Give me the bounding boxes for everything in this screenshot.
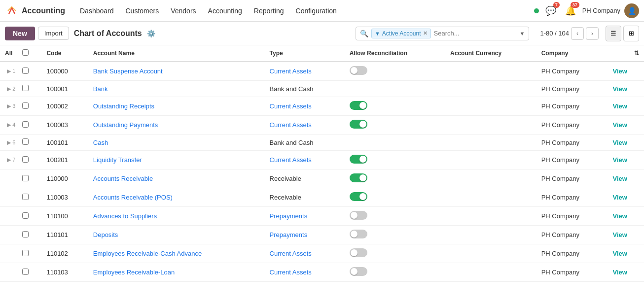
- row-account-name[interactable]: Accounts Receivable (POS): [88, 188, 265, 207]
- reconciliation-toggle[interactable]: [350, 211, 367, 220]
- row-type[interactable]: Current Assets: [265, 244, 345, 263]
- row-type[interactable]: Current Assets: [265, 62, 345, 81]
- reconciliation-toggle[interactable]: [350, 173, 367, 182]
- new-button[interactable]: New: [5, 27, 35, 40]
- row-view-button[interactable]: View: [608, 244, 644, 263]
- row-checkbox[interactable]: [22, 212, 29, 219]
- reconciliation-toggle[interactable]: [350, 192, 367, 201]
- row-checkbox[interactable]: [22, 85, 29, 91]
- row-view-button[interactable]: View: [608, 116, 644, 135]
- active-filter-tag: ▼ Active Account ✕: [371, 29, 431, 38]
- row-account-name[interactable]: Outstanding Receipts: [88, 97, 265, 116]
- row-checkbox[interactable]: [22, 231, 29, 237]
- next-page-button[interactable]: ›: [586, 27, 599, 40]
- row-account-name[interactable]: Advances to Suppliers: [88, 207, 265, 226]
- row-type[interactable]: Current Assets: [265, 116, 345, 135]
- nav-dashboard[interactable]: Dashboard: [75, 5, 119, 17]
- row-expand[interactable]: [0, 207, 17, 226]
- row-checkbox[interactable]: [22, 138, 29, 145]
- row-account-name[interactable]: Liquidity Transfer: [88, 151, 265, 169]
- row-currency: [445, 207, 537, 226]
- row-expand[interactable]: [0, 188, 17, 207]
- row-checkbox[interactable]: [22, 102, 29, 109]
- select-all-checkbox[interactable]: [22, 49, 29, 56]
- search-dropdown-icon[interactable]: ▼: [520, 31, 525, 36]
- import-button[interactable]: Import: [38, 27, 69, 40]
- row-expand[interactable]: ▶ 2: [0, 81, 17, 97]
- row-expand[interactable]: ▶ 1: [0, 62, 17, 81]
- row-view-button[interactable]: View: [608, 97, 644, 116]
- filter-icon: ▼: [375, 31, 380, 36]
- nav-configuration[interactable]: Configuration: [291, 5, 342, 17]
- nav-customers[interactable]: Customers: [121, 5, 164, 17]
- row-expand[interactable]: [0, 244, 17, 263]
- row-account-name[interactable]: Bank: [88, 81, 265, 97]
- row-code: 100001: [41, 81, 88, 97]
- row-view-button[interactable]: View: [608, 207, 644, 226]
- row-expand[interactable]: ▶ 3: [0, 97, 17, 116]
- row-checkbox[interactable]: [22, 68, 29, 74]
- row-expand[interactable]: [0, 263, 17, 282]
- row-checkbox[interactable]: [22, 194, 29, 200]
- settings-icon[interactable]: ⚙️: [147, 30, 155, 37]
- reconciliation-toggle[interactable]: [350, 66, 367, 75]
- row-expand[interactable]: ▶ 6: [0, 135, 17, 151]
- list-view-button[interactable]: ☰: [606, 26, 621, 41]
- row-account-name[interactable]: Accounts Receivable: [88, 169, 265, 188]
- row-type[interactable]: Current Assets: [265, 97, 345, 116]
- row-checkbox-cell: [17, 151, 41, 169]
- nav-accounting[interactable]: Accounting: [203, 5, 247, 17]
- row-account-name[interactable]: Employees Receivable-Loan: [88, 263, 265, 282]
- row-account-name[interactable]: Outstanding Payments: [88, 116, 265, 135]
- messages-button[interactable]: 💬 7: [543, 3, 559, 19]
- row-view-button[interactable]: View: [608, 188, 644, 207]
- reconciliation-toggle[interactable]: [350, 120, 367, 129]
- row-account-name[interactable]: Bank Suspense Account: [88, 62, 265, 81]
- row-checkbox-cell: [17, 263, 41, 282]
- company-name[interactable]: PH Company: [582, 7, 620, 14]
- row-type[interactable]: Current Assets: [265, 151, 345, 169]
- row-type[interactable]: Prepayments: [265, 207, 345, 226]
- row-account-name[interactable]: Cash: [88, 135, 265, 151]
- row-currency: [445, 188, 537, 207]
- row-view-button[interactable]: View: [608, 135, 644, 151]
- table-row: ▶ 6100101CashBank and CashPH CompanyView: [0, 135, 644, 151]
- row-account-name[interactable]: Deposits: [88, 226, 265, 244]
- row-checkbox[interactable]: [22, 156, 29, 163]
- nav-vendors[interactable]: Vendors: [166, 5, 201, 17]
- prev-page-button[interactable]: ‹: [571, 27, 584, 40]
- logo[interactable]: Accounting: [5, 4, 71, 18]
- row-code: 100101: [41, 135, 88, 151]
- row-type[interactable]: Prepayments: [265, 226, 345, 244]
- row-view-button[interactable]: View: [608, 81, 644, 97]
- grid-view-button[interactable]: ⊞: [623, 26, 639, 41]
- row-checkbox[interactable]: [22, 269, 29, 275]
- row-currency: [445, 169, 537, 188]
- row-view-button[interactable]: View: [608, 263, 644, 282]
- alerts-button[interactable]: 🔔 37: [563, 3, 578, 19]
- reconciliation-toggle[interactable]: [350, 267, 367, 276]
- user-avatar[interactable]: 👤: [624, 3, 639, 18]
- row-code: 110103: [41, 263, 88, 282]
- row-expand[interactable]: [0, 226, 17, 244]
- search-input[interactable]: [434, 30, 517, 37]
- row-expand[interactable]: ▶ 7: [0, 151, 17, 169]
- filter-close-button[interactable]: ✕: [423, 30, 428, 36]
- reconciliation-toggle[interactable]: [350, 101, 367, 110]
- row-checkbox[interactable]: [22, 121, 29, 128]
- row-checkbox[interactable]: [22, 250, 29, 256]
- accounts-table: All Code Account Name Type Allow Reconci…: [0, 45, 644, 282]
- reconciliation-toggle[interactable]: [350, 248, 367, 257]
- row-type[interactable]: Current Assets: [265, 263, 345, 282]
- nav-reporting[interactable]: Reporting: [249, 5, 289, 17]
- row-view-button[interactable]: View: [608, 169, 644, 188]
- row-expand[interactable]: ▶ 4: [0, 116, 17, 135]
- row-expand[interactable]: [0, 169, 17, 188]
- row-view-button[interactable]: View: [608, 62, 644, 81]
- reconciliation-toggle[interactable]: [350, 155, 367, 164]
- row-account-name[interactable]: Employees Receivable-Cash Advance: [88, 244, 265, 263]
- row-view-button[interactable]: View: [608, 226, 644, 244]
- reconciliation-toggle[interactable]: [350, 230, 367, 238]
- row-view-button[interactable]: View: [608, 151, 644, 169]
- row-checkbox[interactable]: [22, 175, 29, 181]
